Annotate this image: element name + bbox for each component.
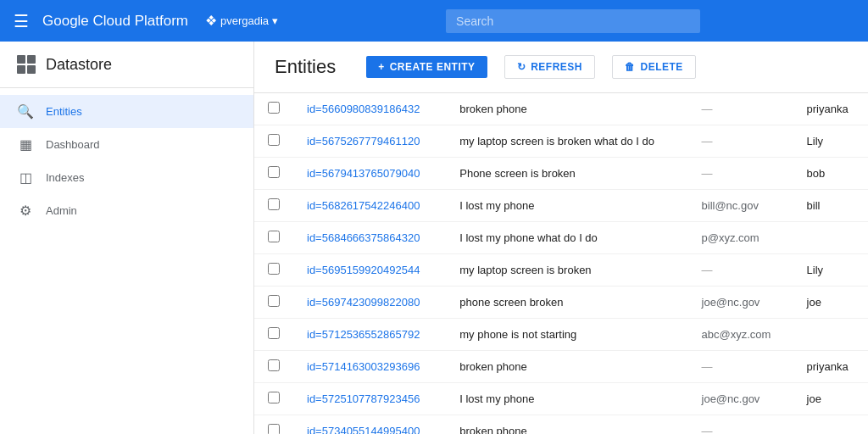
- settings-icon: ⚙: [17, 203, 34, 219]
- entity-id: id=5714163003293696: [293, 351, 446, 383]
- entity-id: id=5734055144995400: [293, 415, 446, 435]
- menu-icon[interactable]: ☰: [10, 8, 32, 35]
- row-checkbox[interactable]: [268, 263, 280, 275]
- refresh-button[interactable]: ↻ REFRESH: [504, 55, 595, 79]
- content-header: Entities + CREATE ENTITY ↻ REFRESH 🗑 DEL…: [254, 42, 868, 93]
- entity-message: I lost my phone: [446, 383, 687, 415]
- sidebar: Datastore 🔍 Entities ▦ Dashboard ◫ Index…: [0, 42, 254, 434]
- app-title: Google Cloud Platform: [42, 13, 188, 30]
- table-row: id=5675267779461120my laptop screen is b…: [254, 125, 868, 158]
- delete-button[interactable]: 🗑 DELETE: [612, 55, 696, 79]
- entity-id: id=5660980839186432: [293, 93, 446, 125]
- entity-id: id=5712536552865792: [293, 319, 446, 351]
- entity-name: joe: [793, 383, 868, 415]
- create-entity-button[interactable]: + CREATE ENTITY: [366, 56, 487, 78]
- entity-email: joe@nc.gov: [688, 383, 793, 415]
- table-row: id=5725107787923456I lost my phonejoe@nc…: [254, 383, 868, 415]
- row-checkbox[interactable]: [268, 166, 280, 178]
- project-icon: ❖: [205, 13, 217, 29]
- entity-name: Lily: [793, 125, 868, 158]
- entity-email: —: [688, 415, 793, 435]
- delete-icon: 🗑: [625, 61, 636, 73]
- row-checkbox[interactable]: [268, 231, 280, 242]
- project-dropdown-icon: ▾: [272, 14, 278, 27]
- entities-table-container: id=5660980839186432broken phone—priyanka…: [254, 93, 868, 434]
- entity-id: id=5679413765079040: [293, 158, 446, 190]
- plus-icon: +: [378, 61, 385, 73]
- sidebar-item-entities[interactable]: 🔍 Entities: [0, 95, 253, 128]
- table-row: id=5682617542246400I lost my phonebill@n…: [254, 190, 868, 222]
- table-row: id=5714163003293696broken phone—priyanka: [254, 351, 868, 383]
- row-checkbox[interactable]: [268, 134, 280, 146]
- entity-email: —: [688, 351, 793, 383]
- entity-email: —: [688, 125, 793, 158]
- entity-name: [793, 319, 868, 351]
- entity-message: my laptop screen is broken what do I do: [446, 125, 687, 158]
- top-header: ☰ Google Cloud Platform ❖ pvergadia ▾: [0, 0, 868, 42]
- row-checkbox[interactable]: [268, 392, 280, 403]
- entity-id: id=5684666375864320: [293, 222, 446, 254]
- entity-name: [793, 415, 868, 435]
- dashboard-icon: ▦: [17, 136, 34, 153]
- row-checkbox[interactable]: [268, 424, 280, 434]
- sidebar-label-indexes: Indexes: [46, 171, 85, 184]
- row-checkbox[interactable]: [268, 295, 280, 307]
- entity-name: joe: [793, 287, 868, 319]
- delete-label: DELETE: [640, 61, 682, 73]
- table-row: id=5660980839186432broken phone—priyanka: [254, 93, 868, 125]
- entity-email: bill@nc.gov: [688, 190, 793, 222]
- sidebar-nav: 🔍 Entities ▦ Dashboard ◫ Indexes ⚙ Admin: [0, 88, 253, 234]
- entity-email: —: [688, 158, 793, 190]
- sidebar-item-admin[interactable]: ⚙ Admin: [0, 194, 253, 227]
- entity-name: bob: [793, 158, 868, 190]
- entity-id: id=5725107787923456: [293, 383, 446, 415]
- entities-table: id=5660980839186432broken phone—priyanka…: [254, 93, 868, 434]
- create-label: CREATE ENTITY: [390, 61, 476, 73]
- entity-message: broken phone: [446, 415, 687, 435]
- main-layout: Datastore 🔍 Entities ▦ Dashboard ◫ Index…: [0, 42, 868, 434]
- entity-message: broken phone: [446, 351, 687, 383]
- entity-message: my laptop screen is broken: [446, 254, 687, 287]
- entity-id: id=5675267779461120: [293, 125, 446, 158]
- indexes-icon: ◫: [17, 170, 34, 186]
- entity-name: priyanka: [793, 351, 868, 383]
- entity-id: id=5682617542246400: [293, 190, 446, 222]
- entity-name: [793, 222, 868, 254]
- project-selector[interactable]: ❖ pvergadia ▾: [205, 13, 278, 29]
- table-row: id=5679413765079040Phone screen is broke…: [254, 158, 868, 190]
- table-row: id=5684666375864320I lost my phone what …: [254, 222, 868, 254]
- refresh-label: REFRESH: [531, 61, 582, 73]
- search-input[interactable]: [446, 9, 700, 33]
- project-name: pvergadia: [220, 14, 269, 27]
- search-area: [288, 9, 858, 33]
- entity-id: id=5697423099822080: [293, 287, 446, 319]
- table-row: id=5695159920492544my laptop screen is b…: [254, 254, 868, 287]
- sidebar-label-entities: Entities: [46, 105, 82, 118]
- table-row: id=5697423099822080phone screen brokenjo…: [254, 287, 868, 319]
- row-checkbox[interactable]: [268, 327, 280, 339]
- entity-email: —: [688, 93, 793, 125]
- sidebar-title: Datastore: [46, 56, 112, 74]
- entity-name: priyanka: [793, 93, 868, 125]
- entity-message: my phone is not starting: [446, 319, 687, 351]
- entity-message: phone screen broken: [446, 287, 687, 319]
- entity-email: —: [688, 254, 793, 287]
- entity-id: id=5695159920492544: [293, 254, 446, 287]
- entity-name: bill: [793, 190, 868, 222]
- page-title: Entities: [275, 56, 336, 78]
- sidebar-item-indexes[interactable]: ◫ Indexes: [0, 161, 253, 194]
- table-row: id=5734055144995400broken phone—: [254, 415, 868, 435]
- entity-message: I lost my phone: [446, 190, 687, 222]
- row-checkbox[interactable]: [268, 359, 280, 371]
- entity-email: abc@xyz.com: [688, 319, 793, 351]
- sidebar-label-admin: Admin: [46, 204, 77, 217]
- refresh-icon: ↻: [517, 61, 526, 73]
- entity-email: p@xyz.com: [688, 222, 793, 254]
- sidebar-item-dashboard[interactable]: ▦ Dashboard: [0, 128, 253, 161]
- datastore-icon: [17, 55, 36, 74]
- row-checkbox[interactable]: [268, 198, 280, 210]
- table-row: id=5712536552865792my phone is not start…: [254, 319, 868, 351]
- sidebar-header: Datastore: [0, 42, 253, 88]
- row-checkbox[interactable]: [268, 102, 280, 114]
- sidebar-label-dashboard: Dashboard: [46, 138, 100, 151]
